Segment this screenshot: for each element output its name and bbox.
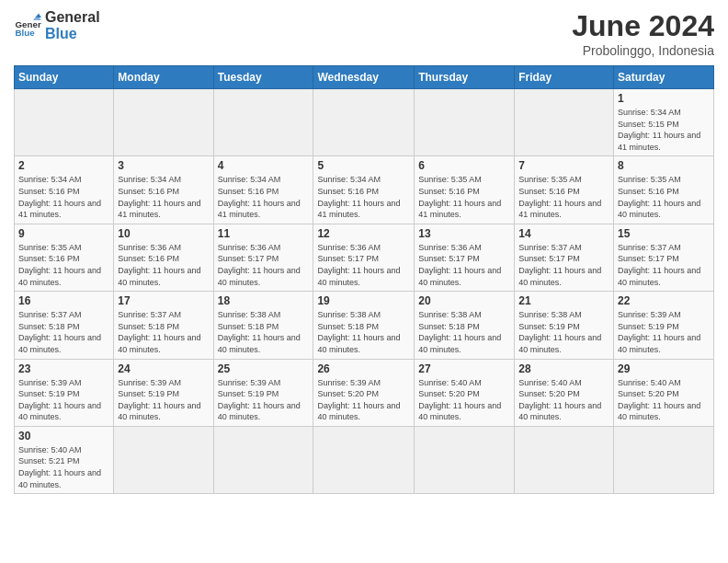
- day-info-2: Sunrise: 5:34 AMSunset: 5:16 PMDaylight:…: [18, 174, 109, 220]
- weekday-header-row: Sunday Monday Tuesday Wednesday Thursday…: [15, 66, 714, 89]
- day-cell-8: 8 Sunrise: 5:35 AMSunset: 5:16 PMDayligh…: [614, 156, 714, 224]
- day-number-6: 6: [418, 159, 510, 172]
- day-cell-22: 22 Sunrise: 5:39 AMSunset: 5:19 PMDaylig…: [614, 292, 714, 359]
- week-row-3: 9 Sunrise: 5:35 AMSunset: 5:16 PMDayligh…: [15, 224, 714, 291]
- day-cell-20: 20 Sunrise: 5:38 AMSunset: 5:18 PMDaylig…: [415, 292, 515, 359]
- day-number-7: 7: [518, 159, 609, 172]
- day-number-9: 9: [18, 227, 109, 240]
- day-info-11: Sunrise: 5:36 AMSunset: 5:17 PMDaylight:…: [218, 242, 310, 288]
- day-info-5: Sunrise: 5:34 AMSunset: 5:16 PMDaylight:…: [317, 174, 410, 220]
- day-info-29: Sunrise: 5:40 AMSunset: 5:20 PMDaylight:…: [618, 377, 710, 423]
- day-cell-30: 30 Sunrise: 5:40 AMSunset: 5:21 PMDaylig…: [15, 426, 114, 493]
- generalblue-logo-icon: General Blue: [14, 12, 41, 40]
- day-info-30: Sunrise: 5:40 AMSunset: 5:21 PMDaylight:…: [18, 444, 109, 490]
- day-number-30: 30: [18, 430, 109, 442]
- week-row-4: 16 Sunrise: 5:37 AMSunset: 5:18 PMDaylig…: [15, 292, 714, 359]
- day-cell-24: 24 Sunrise: 5:39 AMSunset: 5:19 PMDaylig…: [114, 359, 213, 426]
- day-cell-11: 11 Sunrise: 5:36 AMSunset: 5:17 PMDaylig…: [213, 224, 313, 291]
- day-number-5: 5: [317, 159, 410, 172]
- day-number-22: 22: [618, 294, 710, 307]
- empty-cell: [515, 426, 614, 493]
- empty-cell: [614, 426, 714, 493]
- svg-text:Blue: Blue: [16, 28, 36, 38]
- day-number-8: 8: [618, 159, 710, 172]
- day-cell-1: 1 Sunrise: 5:34 AMSunset: 5:15 PMDayligh…: [614, 89, 714, 156]
- empty-cell: [15, 89, 114, 156]
- logo: General Blue General Blue: [14, 9, 100, 41]
- day-number-10: 10: [118, 227, 209, 240]
- day-cell-16: 16 Sunrise: 5:37 AMSunset: 5:18 PMDaylig…: [15, 292, 114, 359]
- day-cell-19: 19 Sunrise: 5:38 AMSunset: 5:18 PMDaylig…: [313, 292, 415, 359]
- day-number-3: 3: [118, 159, 209, 172]
- day-cell-25: 25 Sunrise: 5:39 AMSunset: 5:19 PMDaylig…: [213, 359, 313, 426]
- empty-cell: [415, 89, 515, 156]
- day-info-3: Sunrise: 5:34 AMSunset: 5:16 PMDaylight:…: [118, 174, 209, 220]
- day-cell-2: 2 Sunrise: 5:34 AMSunset: 5:16 PMDayligh…: [15, 156, 114, 224]
- day-info-20: Sunrise: 5:38 AMSunset: 5:18 PMDaylight:…: [418, 309, 510, 355]
- day-cell-13: 13 Sunrise: 5:36 AMSunset: 5:17 PMDaylig…: [415, 224, 515, 291]
- day-info-1: Sunrise: 5:34 AMSunset: 5:15 PMDaylight:…: [618, 107, 710, 153]
- header-tuesday: Tuesday: [213, 66, 313, 89]
- day-info-7: Sunrise: 5:35 AMSunset: 5:16 PMDaylight:…: [518, 174, 609, 220]
- day-cell-12: 12 Sunrise: 5:36 AMSunset: 5:17 PMDaylig…: [313, 224, 415, 291]
- week-row-5: 23 Sunrise: 5:39 AMSunset: 5:19 PMDaylig…: [15, 359, 714, 426]
- empty-cell: [213, 426, 313, 493]
- empty-cell: [114, 89, 213, 156]
- empty-cell: [114, 426, 213, 493]
- header-sunday: Sunday: [15, 66, 114, 89]
- day-cell-10: 10 Sunrise: 5:36 AMSunset: 5:16 PMDaylig…: [114, 224, 213, 291]
- day-number-4: 4: [218, 159, 310, 172]
- day-info-19: Sunrise: 5:38 AMSunset: 5:18 PMDaylight:…: [317, 309, 410, 355]
- week-row-2: 2 Sunrise: 5:34 AMSunset: 5:16 PMDayligh…: [15, 156, 714, 224]
- empty-cell: [313, 426, 415, 493]
- day-info-25: Sunrise: 5:39 AMSunset: 5:19 PMDaylight:…: [218, 377, 310, 423]
- header-friday: Friday: [515, 66, 614, 89]
- day-number-14: 14: [518, 227, 609, 240]
- calendar-table: Sunday Monday Tuesday Wednesday Thursday…: [14, 65, 714, 494]
- day-number-23: 23: [18, 362, 109, 375]
- day-number-18: 18: [218, 294, 310, 307]
- day-cell-29: 29 Sunrise: 5:40 AMSunset: 5:20 PMDaylig…: [614, 359, 714, 426]
- day-info-8: Sunrise: 5:35 AMSunset: 5:16 PMDaylight:…: [618, 174, 710, 220]
- day-cell-7: 7 Sunrise: 5:35 AMSunset: 5:16 PMDayligh…: [515, 156, 614, 224]
- day-info-27: Sunrise: 5:40 AMSunset: 5:20 PMDaylight:…: [418, 377, 510, 423]
- day-cell-18: 18 Sunrise: 5:38 AMSunset: 5:18 PMDaylig…: [213, 292, 313, 359]
- day-number-19: 19: [317, 294, 410, 307]
- month-title: June 2024: [572, 9, 714, 43]
- day-cell-3: 3 Sunrise: 5:34 AMSunset: 5:16 PMDayligh…: [114, 156, 213, 224]
- header-wednesday: Wednesday: [313, 66, 415, 89]
- empty-cell: [213, 89, 313, 156]
- location-subtitle: Probolinggo, Indonesia: [572, 43, 714, 58]
- day-number-12: 12: [317, 227, 410, 240]
- day-number-17: 17: [118, 294, 209, 307]
- day-cell-15: 15 Sunrise: 5:37 AMSunset: 5:17 PMDaylig…: [614, 224, 714, 291]
- day-number-20: 20: [418, 294, 510, 307]
- empty-cell: [313, 89, 415, 156]
- day-info-13: Sunrise: 5:36 AMSunset: 5:17 PMDaylight:…: [418, 242, 510, 288]
- day-info-10: Sunrise: 5:36 AMSunset: 5:16 PMDaylight:…: [118, 242, 209, 288]
- header: General Blue General Blue June 2024 Prob…: [14, 9, 714, 58]
- day-info-28: Sunrise: 5:40 AMSunset: 5:20 PMDaylight:…: [518, 377, 609, 423]
- day-cell-5: 5 Sunrise: 5:34 AMSunset: 5:16 PMDayligh…: [313, 156, 415, 224]
- week-row-1: 1 Sunrise: 5:34 AMSunset: 5:15 PMDayligh…: [15, 89, 714, 156]
- day-info-22: Sunrise: 5:39 AMSunset: 5:19 PMDaylight:…: [618, 309, 710, 355]
- day-info-9: Sunrise: 5:35 AMSunset: 5:16 PMDaylight:…: [18, 242, 109, 288]
- day-info-23: Sunrise: 5:39 AMSunset: 5:19 PMDaylight:…: [18, 377, 109, 423]
- day-number-16: 16: [18, 294, 109, 307]
- day-number-1: 1: [618, 92, 710, 105]
- day-info-16: Sunrise: 5:37 AMSunset: 5:18 PMDaylight:…: [18, 309, 109, 355]
- day-info-17: Sunrise: 5:37 AMSunset: 5:18 PMDaylight:…: [118, 309, 209, 355]
- day-cell-14: 14 Sunrise: 5:37 AMSunset: 5:17 PMDaylig…: [515, 224, 614, 291]
- day-info-21: Sunrise: 5:38 AMSunset: 5:19 PMDaylight:…: [518, 309, 609, 355]
- header-saturday: Saturday: [614, 66, 714, 89]
- week-row-6: 30 Sunrise: 5:40 AMSunset: 5:21 PMDaylig…: [15, 426, 714, 493]
- day-info-14: Sunrise: 5:37 AMSunset: 5:17 PMDaylight:…: [518, 242, 609, 288]
- empty-cell: [515, 89, 614, 156]
- day-info-12: Sunrise: 5:36 AMSunset: 5:17 PMDaylight:…: [317, 242, 410, 288]
- day-number-27: 27: [418, 362, 510, 375]
- day-info-26: Sunrise: 5:39 AMSunset: 5:20 PMDaylight:…: [317, 377, 410, 423]
- day-number-29: 29: [618, 362, 710, 375]
- day-info-24: Sunrise: 5:39 AMSunset: 5:19 PMDaylight:…: [118, 377, 209, 423]
- day-cell-23: 23 Sunrise: 5:39 AMSunset: 5:19 PMDaylig…: [15, 359, 114, 426]
- day-number-24: 24: [118, 362, 209, 375]
